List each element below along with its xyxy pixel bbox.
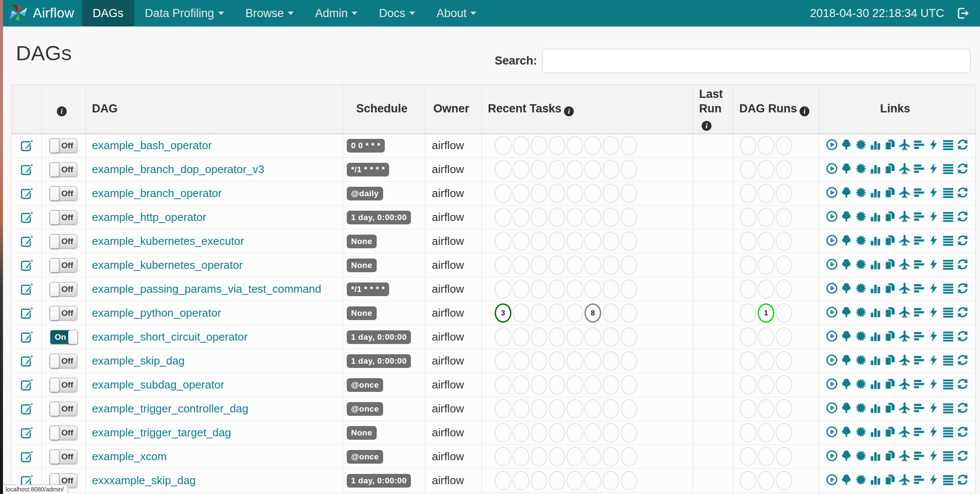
trigger-dag-link[interactable] [826, 162, 838, 175]
state-circle[interactable] [513, 423, 529, 442]
state-circle[interactable] [549, 399, 565, 418]
state-circle[interactable] [549, 471, 565, 490]
state-circle[interactable] [602, 184, 619, 203]
task-duration-link[interactable] [869, 282, 882, 294]
state-circle[interactable] [567, 447, 583, 466]
state-circle[interactable] [513, 279, 529, 299]
refresh-link[interactable] [956, 258, 969, 271]
state-circle[interactable] [531, 375, 547, 394]
state-circle[interactable] [567, 136, 583, 155]
state-circle[interactable] [495, 184, 511, 203]
state-circle[interactable] [740, 160, 756, 179]
gantt-view-link[interactable] [913, 450, 925, 462]
state-circle[interactable] [549, 184, 565, 203]
trigger-dag-link[interactable] [826, 234, 838, 247]
refresh-link[interactable] [956, 162, 969, 175]
state-circle[interactable] [776, 160, 792, 179]
state-circle[interactable] [495, 279, 511, 299]
landing-times-link[interactable] [898, 354, 911, 366]
gantt-view-link[interactable] [913, 138, 925, 151]
edit-dag-button[interactable] [20, 259, 33, 272]
task-duration-link[interactable] [869, 186, 882, 199]
logs-link[interactable] [942, 473, 954, 486]
landing-times-link[interactable] [898, 450, 911, 462]
edit-dag-button[interactable] [20, 235, 33, 248]
task-tries-link[interactable] [884, 186, 896, 199]
landing-times-link[interactable] [898, 426, 911, 438]
state-circle[interactable] [620, 471, 637, 490]
state-circle[interactable] [584, 327, 601, 347]
state-circle[interactable] [620, 160, 637, 179]
code-view-link[interactable] [927, 234, 940, 247]
state-circle[interactable] [549, 303, 565, 323]
state-circle[interactable] [740, 327, 756, 347]
landing-times-link[interactable] [898, 186, 911, 199]
dag-pause-toggle[interactable]: Off [50, 234, 77, 249]
state-circle[interactable] [758, 256, 774, 275]
state-circle[interactable] [531, 279, 547, 299]
state-circle[interactable] [584, 184, 601, 203]
graph-view-link[interactable] [855, 210, 867, 223]
task-tries-link[interactable] [884, 450, 896, 462]
state-circle[interactable] [513, 375, 529, 394]
state-circle[interactable] [567, 303, 583, 323]
dag-pause-toggle[interactable]: Off [50, 186, 77, 201]
state-circle[interactable] [602, 471, 619, 490]
state-circle[interactable] [567, 232, 583, 251]
trigger-dag-link[interactable] [826, 378, 838, 390]
state-circle[interactable] [620, 375, 637, 394]
state-circle[interactable] [584, 423, 601, 442]
state-circle[interactable] [531, 399, 547, 418]
state-circle[interactable] [602, 279, 619, 299]
task-duration-link[interactable] [869, 330, 882, 342]
state-circle[interactable] [776, 351, 792, 370]
graph-view-link[interactable] [855, 450, 867, 462]
state-circle[interactable] [513, 160, 529, 179]
code-view-link[interactable] [927, 473, 940, 486]
edit-dag-button[interactable] [20, 450, 33, 463]
dag-pause-toggle[interactable]: Off [50, 306, 77, 321]
trigger-dag-link[interactable] [826, 330, 838, 342]
state-circle[interactable]: 8 [584, 303, 601, 323]
state-circle[interactable] [549, 232, 565, 251]
edit-dag-button[interactable] [20, 211, 33, 224]
state-circle[interactable] [513, 399, 529, 418]
state-circle[interactable] [758, 208, 774, 227]
edit-dag-button[interactable] [20, 379, 33, 391]
state-circle[interactable] [495, 471, 511, 490]
code-view-link[interactable] [927, 426, 940, 438]
state-circle[interactable] [740, 303, 756, 323]
landing-times-link[interactable] [898, 306, 911, 318]
code-view-link[interactable] [927, 330, 940, 342]
state-circle[interactable] [758, 232, 774, 251]
code-view-link[interactable] [927, 378, 940, 390]
task-duration-link[interactable] [869, 378, 882, 390]
gantt-view-link[interactable] [913, 330, 925, 342]
dag-name-link[interactable]: example_http_operator [86, 211, 206, 224]
state-circle[interactable] [620, 303, 637, 323]
gantt-view-link[interactable] [913, 378, 925, 390]
graph-view-link[interactable] [855, 426, 867, 438]
tree-view-link[interactable] [840, 450, 853, 462]
state-circle[interactable] [602, 303, 619, 323]
state-circle[interactable] [567, 184, 583, 203]
graph-view-link[interactable] [855, 330, 867, 342]
state-circle[interactable] [531, 303, 547, 323]
state-circle[interactable] [567, 279, 583, 299]
state-circle[interactable] [513, 447, 529, 466]
dag-name-link[interactable]: example_kubernetes_operator [86, 259, 243, 272]
code-view-link[interactable] [927, 402, 940, 414]
state-circle[interactable] [531, 256, 547, 275]
logs-link[interactable] [942, 162, 954, 175]
graph-view-link[interactable] [855, 282, 867, 294]
tree-view-link[interactable] [840, 473, 853, 486]
gantt-view-link[interactable] [913, 473, 925, 486]
state-circle[interactable] [602, 447, 619, 466]
state-circle[interactable] [531, 327, 547, 347]
state-circle[interactable] [740, 423, 756, 442]
state-circle[interactable] [584, 136, 601, 155]
state-circle[interactable] [776, 184, 792, 203]
graph-view-link[interactable] [855, 138, 867, 151]
logs-link[interactable] [942, 306, 954, 318]
tree-view-link[interactable] [840, 426, 853, 438]
